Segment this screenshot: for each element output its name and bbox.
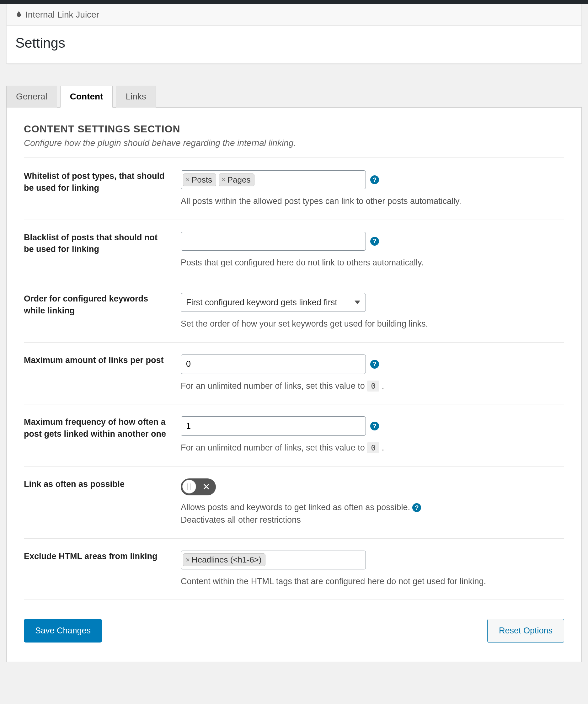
droplet-icon [15,10,22,20]
admin-topbar [0,0,588,4]
hint-max-freq: For an unlimited number of links, set th… [181,442,564,454]
help-icon[interactable]: ? [370,360,379,369]
code-zero: 0 [367,443,379,453]
close-icon[interactable]: × [186,556,190,564]
tab-general[interactable]: General [6,85,57,108]
tag-pages: × Pages [219,174,255,186]
tag-posts: × Posts [183,174,216,186]
row-blacklist: Blacklist of posts that should not be us… [24,232,564,269]
divider [24,538,564,539]
divider [24,342,564,343]
hint-link-often: Allows posts and keywords to get linked … [181,501,564,526]
tag-headlines: × Headlines (<h1-6>) [183,553,266,566]
label-blacklist: Blacklist of posts that should not be us… [24,232,168,256]
tag-label: Headlines (<h1-6>) [192,555,262,565]
divider [24,220,564,220]
exclude-input[interactable]: × Headlines (<h1-6>) [181,550,366,570]
tab-content[interactable]: Content [60,85,113,108]
max-freq-input[interactable] [181,416,366,436]
max-links-input[interactable] [181,354,366,374]
whitelist-input[interactable]: × Posts × Pages [181,170,366,189]
section-title: CONTENT SETTINGS SECTION [24,123,564,135]
row-max-freq: Maximum frequency of how often a post ge… [24,416,564,454]
close-icon: ✕ [202,482,210,491]
settings-panel: CONTENT SETTINGS SECTION Configure how t… [6,107,582,662]
save-button[interactable]: Save Changes [24,619,102,643]
label-exclude: Exclude HTML areas from linking [24,550,168,563]
hint-whitelist: All posts within the allowed post types … [181,195,564,208]
hint-order: Set the order of how your set keywords g… [181,317,564,330]
help-icon[interactable]: ? [370,422,379,430]
blacklist-input[interactable] [181,232,366,251]
toggle-knob [182,480,196,493]
help-icon[interactable]: ? [370,237,379,246]
label-link-often: Link as often as possible [24,478,168,490]
hint-max-links: For an unlimited number of links, set th… [181,379,564,393]
plugin-name: Internal Link Juicer [25,10,99,20]
divider [24,599,564,600]
help-icon[interactable]: ? [412,503,421,512]
reset-button[interactable]: Reset Options [487,619,564,643]
button-row: Save Changes Reset Options [24,619,564,643]
divider [24,466,564,467]
label-max-links: Maximum amount of links per post [24,354,168,366]
link-often-toggle[interactable]: ✕ [181,478,216,495]
row-order: Order for configured keywords while link… [24,293,564,330]
row-exclude: Exclude HTML areas from linking × Headli… [24,550,564,588]
help-icon[interactable]: ? [370,175,379,184]
code-zero: 0 [367,380,379,392]
hint-exclude: Content within the HTML tags that are co… [181,575,564,588]
divider [24,404,564,404]
order-select[interactable]: First configured keyword gets linked fir… [181,293,366,312]
settings-tabs: General Content Links [6,85,582,108]
tab-links[interactable]: Links [116,85,156,108]
close-icon[interactable]: × [222,176,226,184]
label-whitelist: Whitelist of post types, that should be … [24,170,168,194]
row-link-often: Link as often as possible ✕ Allows posts… [24,478,564,526]
close-icon[interactable]: × [186,176,190,184]
tag-label: Pages [228,175,251,185]
label-max-freq: Maximum frequency of how often a post ge… [24,416,168,440]
divider [24,158,564,158]
label-order: Order for configured keywords while link… [24,293,168,317]
row-whitelist: Whitelist of post types, that should be … [24,170,564,208]
divider [24,281,564,281]
section-desc: Configure how the plugin should behave r… [24,138,564,148]
tag-label: Posts [192,175,212,185]
plugin-title-bar: Internal Link Juicer [6,4,582,26]
hint-blacklist: Posts that get configured here do not li… [181,256,564,269]
page-title: Settings [6,26,582,64]
row-max-links: Maximum amount of links per post ? For a… [24,354,564,393]
